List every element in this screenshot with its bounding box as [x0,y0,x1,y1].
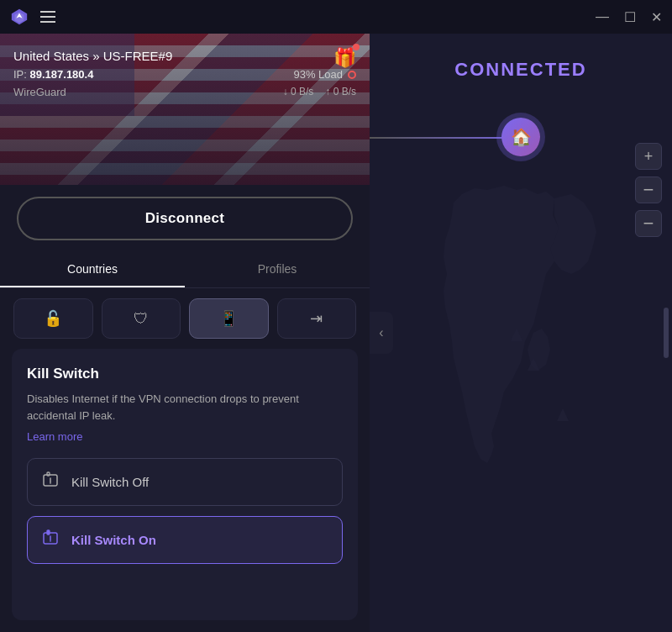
svg-point-5 [50,482,51,484]
killswitch-off-option[interactable]: Kill Switch Off [27,458,343,506]
download-speed: ↓ 0 B/s [283,86,314,98]
zoom-out-button-2[interactable]: − [635,210,662,237]
split-icon: ⇥ [310,309,323,328]
killswitch-on-option[interactable]: Kill Switch On [27,516,343,564]
svg-rect-7 [47,530,50,535]
zoom-out-button-1[interactable]: − [635,176,662,203]
killswitch-off-label: Kill Switch Off [71,475,149,489]
killswitch-panel: Kill Switch Disables Internet if the VPN… [12,349,358,620]
tab-profiles[interactable]: Profiles [185,252,370,287]
ip-address: IP: 89.187.180.4 [13,68,93,81]
protocol-row: WireGuard ↓ 0 B/s ↑ 0 B/s [13,86,356,98]
app-logo-icon [10,8,29,26]
tabs-row: Countries Profiles [0,252,370,288]
ip-label: IP: [13,68,30,81]
zoom-in-button[interactable]: + [635,143,662,170]
menu-button[interactable] [40,11,55,23]
load-indicator [348,71,356,79]
left-panel: 🎁 United States » US-FREE#9 IP: 89.187.1… [0,34,370,632]
upload-speed: ↑ 0 B/s [325,86,356,98]
minimize-button[interactable]: — [596,9,609,24]
killswitch-off-icon [41,471,60,493]
right-panel: ‹ CONNECTED 🏠 + − − [370,34,672,632]
lock-filter-button[interactable]: 🔓 [13,298,93,339]
location-pin: 🏠 [501,118,540,156]
disconnect-button[interactable]: Disconnect [17,197,353,240]
phone-filter-button[interactable]: 📱 [189,298,269,339]
main-layout: 🎁 United States » US-FREE#9 IP: 89.187.1… [0,34,672,632]
split-filter-button[interactable]: ⇥ [277,298,357,339]
load-label: 93% Load [293,68,343,81]
map-controls: + − − [635,143,662,237]
svg-marker-12 [557,408,569,421]
speed-indicators: ↓ 0 B/s ↑ 0 B/s [283,86,356,98]
server-name: United States » US-FREE#9 [13,49,356,63]
phone-icon: 📱 [219,309,238,328]
killswitch-on-label: Kill Switch On [71,533,156,547]
learn-more-link[interactable]: Learn more [27,430,343,443]
close-button[interactable]: ✕ [651,9,662,25]
svg-rect-3 [47,472,50,476]
shield-filter-button[interactable]: 🛡 [102,298,181,339]
server-load: 93% Load [293,68,356,81]
titlebar-left [10,8,55,26]
ip-value: 89.187.180.4 [30,68,94,81]
protocol-label: WireGuard [13,86,66,98]
killswitch-description: Disables Internet if the VPN connection … [27,391,343,424]
connected-status: CONNECTED [454,59,586,81]
ip-row: IP: 89.187.180.4 93% Load [13,68,356,81]
titlebar: — ☐ ✕ [0,0,672,34]
filter-row: 🔓 🛡 📱 ⇥ [0,288,370,349]
svg-point-9 [50,540,51,542]
scroll-indicator [664,308,669,358]
lock-icon: 🔓 [44,309,62,328]
connection-info: United States » US-FREE#9 IP: 89.187.180… [0,34,370,107]
disconnect-wrap: Disconnect [0,185,370,252]
window-controls: — ☐ ✕ [596,9,662,25]
maximize-button[interactable]: ☐ [624,9,636,25]
killswitch-title: Kill Switch [27,366,343,382]
killswitch-on-icon [41,529,60,551]
gift-icon-wrap: 🎁 [333,47,356,69]
gift-icon[interactable]: 🎁 [333,47,356,68]
connection-header: 🎁 United States » US-FREE#9 IP: 89.187.1… [0,34,370,185]
shield-icon: 🛡 [134,310,149,328]
tab-countries[interactable]: Countries [0,252,185,287]
